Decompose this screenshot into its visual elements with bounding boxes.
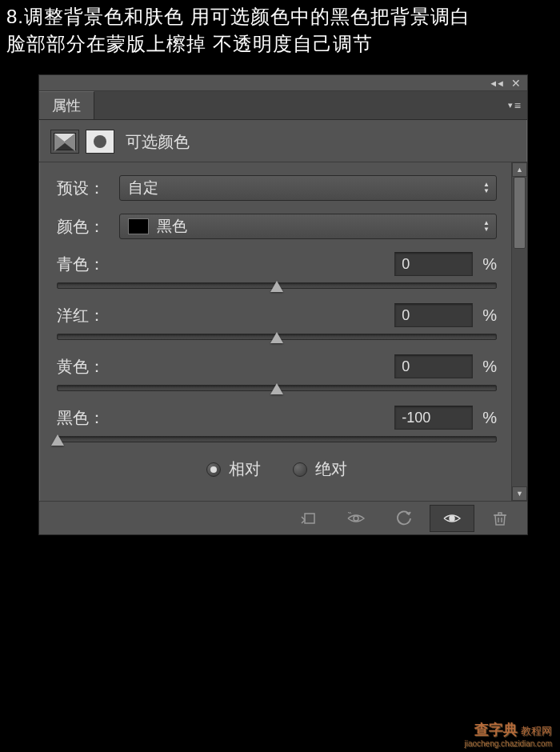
- tab-row: 属性 ▾≡: [39, 91, 527, 120]
- svg-rect-0: [305, 514, 314, 523]
- chevron-updown-icon: ▲▼: [483, 182, 490, 194]
- selective-color-icon[interactable]: [50, 130, 79, 154]
- preset-row: 预设： 自定 ▲▼: [57, 175, 497, 201]
- slider-track[interactable]: [57, 282, 497, 289]
- percent-sign: %: [482, 409, 497, 427]
- slider-track[interactable]: [57, 436, 497, 442]
- reset-button[interactable]: [382, 505, 426, 532]
- slider-thumb[interactable]: [51, 434, 64, 446]
- toggle-visibility-button[interactable]: [430, 505, 474, 532]
- collapse-icon[interactable]: ◄◄: [489, 78, 503, 88]
- delete-button[interactable]: [478, 505, 522, 532]
- watermark: 查字典 教程网 jiaocheng.chazidian.com: [464, 722, 552, 749]
- slider-thumb[interactable]: [270, 281, 283, 292]
- tab-properties[interactable]: 属性: [39, 91, 94, 119]
- slider-value-input[interactable]: [394, 303, 473, 327]
- scroll-thumb[interactable]: [514, 177, 526, 249]
- preset-label: 预设：: [57, 178, 119, 199]
- mask-icon[interactable]: [86, 130, 114, 154]
- panel-top-bar: ◄◄ ✕: [39, 75, 527, 91]
- chevron-updown-icon: ▲▼: [483, 220, 490, 233]
- close-icon[interactable]: ✕: [511, 77, 521, 90]
- slider-thumb[interactable]: [270, 332, 283, 343]
- color-dropdown[interactable]: 黑色 ▲▼: [119, 214, 497, 239]
- instruction-text: 8.调整背景色和肤色 用可选颜色中的黑色把背景调白 脸部部分在蒙版上檫掉 不透明…: [0, 0, 560, 60]
- percent-sign: %: [482, 255, 497, 274]
- color-label: 颜色：: [57, 216, 119, 238]
- radio-relative[interactable]: 相对: [206, 458, 261, 480]
- panel-header: 可选颜色: [39, 120, 527, 162]
- scroll-up-icon[interactable]: ▲: [512, 162, 527, 177]
- slider-track[interactable]: [57, 385, 497, 391]
- radio-checked-icon: [206, 462, 221, 477]
- slider-label: 洋红：: [57, 305, 105, 326]
- slider-block: 黑色： %: [57, 406, 497, 442]
- radio-unchecked-icon: [293, 462, 307, 477]
- slider-value-input[interactable]: [394, 354, 473, 378]
- color-swatch: [128, 218, 149, 234]
- scrollbar[interactable]: ▲ ▼: [511, 162, 527, 501]
- svg-point-1: [354, 516, 358, 521]
- slider-value-input[interactable]: [394, 406, 473, 430]
- percent-sign: %: [482, 358, 497, 376]
- view-previous-button[interactable]: [334, 505, 378, 532]
- slider-value-input[interactable]: [394, 252, 473, 276]
- percent-sign: %: [482, 306, 497, 325]
- svg-point-2: [450, 516, 454, 521]
- slider-thumb[interactable]: [270, 383, 283, 394]
- slider-track[interactable]: [57, 334, 497, 340]
- method-radio-group: 相对 绝对: [57, 458, 497, 480]
- radio-absolute[interactable]: 绝对: [293, 458, 347, 480]
- slider-label: 黄色：: [57, 356, 105, 378]
- slider-block: 洋红： %: [57, 303, 497, 340]
- slider-label: 青色：: [57, 254, 105, 275]
- properties-panel: ◄◄ ✕ 属性 ▾≡ 可选颜色 预设： 自定 ▲▼ 颜色：: [38, 74, 528, 535]
- preset-dropdown[interactable]: 自定 ▲▼: [119, 175, 497, 201]
- slider-block: 黄色： %: [57, 354, 497, 391]
- panel-menu-icon[interactable]: ▾≡: [508, 99, 521, 112]
- slider-block: 青色： %: [57, 252, 497, 289]
- bottom-toolbar: [39, 501, 527, 534]
- clip-to-layer-button[interactable]: [286, 505, 330, 532]
- slider-label: 黑色：: [57, 407, 105, 429]
- color-row: 颜色： 黑色 ▲▼: [57, 214, 497, 239]
- scroll-down-icon[interactable]: ▼: [512, 486, 527, 501]
- content-area: 预设： 自定 ▲▼ 颜色： 黑色 ▲▼ 青色： %: [39, 162, 527, 501]
- panel-title: 可选颜色: [126, 131, 190, 153]
